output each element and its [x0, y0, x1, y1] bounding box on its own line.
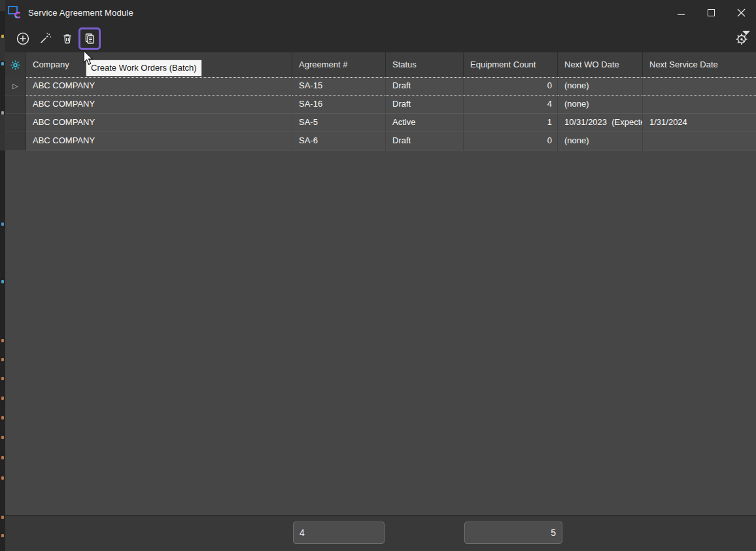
cell-next-wo-date[interactable]: 10/31/2023 (Expected) [558, 114, 643, 132]
column-header-agreement-number[interactable]: Agreement # [292, 52, 386, 77]
cell-next-wo-date[interactable]: (none) [558, 132, 643, 151]
expand-arrow-icon[interactable]: ▷ [12, 82, 18, 90]
cell-company[interactable]: ABC COMPANY [26, 132, 292, 151]
cell-agreement-number[interactable]: SA-5 [292, 114, 386, 132]
cell-equipment-count[interactable]: 1 [464, 114, 558, 132]
maximize-button[interactable] [696, 0, 726, 25]
background-icon [1, 280, 4, 283]
background-icon [1, 416, 4, 419]
row-header[interactable] [5, 132, 26, 151]
cell-status[interactable]: Active [386, 114, 464, 132]
footer-bar [5, 515, 756, 551]
background-icon [1, 436, 4, 439]
create-work-orders-batch-button[interactable] [78, 27, 101, 50]
cell-company[interactable]: ABC COMPANY [26, 77, 292, 96]
cell-equipment-count[interactable]: 0 [464, 132, 558, 151]
table-row[interactable]: ABC COMPANY SA-6 Draft 0 (none) [5, 132, 756, 151]
footer-left-value-input[interactable] [293, 522, 385, 544]
column-header-status[interactable]: Status [386, 52, 464, 77]
cell-agreement-number[interactable]: SA-16 [292, 96, 386, 114]
magic-wand-icon [38, 31, 52, 46]
background-icon [1, 111, 4, 115]
background-icon [1, 377, 4, 380]
row-header[interactable]: ▷ [5, 77, 26, 96]
app-logo-icon [7, 5, 23, 20]
cell-next-wo-date[interactable]: (none) [558, 96, 643, 114]
mouse-cursor-icon [83, 50, 94, 66]
cell-next-service-date[interactable] [643, 77, 756, 96]
cell-next-service-date[interactable] [643, 96, 756, 114]
titlebar: Service Agreement Module [5, 0, 756, 25]
minimize-button[interactable] [666, 0, 696, 25]
cell-equipment-count[interactable]: 0 [464, 77, 558, 96]
footer-right-value-input[interactable] [464, 522, 562, 544]
background-window-segment [0, 115, 5, 151]
cell-status[interactable]: Draft [386, 96, 464, 114]
cell-next-wo-date[interactable]: (none) [558, 77, 643, 96]
app-window: Service Agreement Module [5, 0, 756, 551]
cell-agreement-number[interactable]: SA-6 [292, 132, 386, 151]
dropdown-caret-icon [742, 31, 750, 35]
column-header-equipment-count[interactable]: Equipment Count [464, 52, 558, 77]
maximize-icon [708, 9, 715, 16]
background-window-edge [0, 0, 5, 551]
trash-icon [60, 31, 75, 46]
add-button[interactable] [12, 27, 34, 50]
table-row[interactable]: ▷ ABC COMPANY SA-15 Draft 0 (none) [5, 77, 756, 96]
background-icon [1, 358, 4, 361]
window-controls [666, 0, 756, 25]
toolbar [5, 25, 756, 52]
close-button[interactable] [726, 0, 756, 25]
background-window-segment [0, 37, 5, 61]
screen: Service Agreement Module [0, 0, 756, 551]
table-row[interactable]: ABC COMPANY SA-16 Draft 4 (none) [5, 96, 756, 114]
background-icon [1, 397, 4, 400]
service-agreements-grid: Company Agreement # Status Equipment Cou… [5, 52, 756, 515]
background-icon [1, 456, 4, 459]
table-row[interactable]: ABC COMPANY SA-5 Active 1 10/31/2023 (Ex… [5, 114, 756, 132]
background-icon [1, 62, 4, 65]
background-window-segment [0, 0, 5, 11]
cell-status[interactable]: Draft [386, 77, 464, 96]
background-icon [1, 35, 4, 38]
background-icon [1, 476, 4, 480]
copy-documents-icon [82, 31, 97, 46]
settings-button[interactable] [731, 29, 752, 50]
column-header-next-service-date[interactable]: Next Service Date [643, 52, 756, 77]
cell-next-service-date[interactable]: 1/31/2024 [643, 114, 756, 132]
cell-next-service-date[interactable] [643, 132, 756, 151]
window-title: Service Agreement Module [28, 8, 133, 18]
delete-button[interactable] [56, 27, 78, 50]
cell-agreement-number[interactable]: SA-15 [292, 77, 386, 96]
column-header-next-wo-date[interactable]: Next WO Date [558, 52, 643, 77]
background-icon [1, 534, 4, 537]
sun-filter-icon [10, 60, 21, 71]
background-icon [1, 222, 4, 226]
auto-generate-button[interactable] [34, 27, 56, 50]
plus-circle-icon [16, 31, 30, 46]
background-icon [1, 516, 4, 519]
close-icon [737, 9, 746, 17]
cell-status[interactable]: Draft [386, 132, 464, 151]
cell-equipment-count[interactable]: 4 [464, 96, 558, 114]
minimize-icon [678, 14, 685, 15]
cell-company[interactable]: ABC COMPANY [26, 114, 292, 132]
tooltip-create-work-orders-batch: Create Work Orders (Batch) [86, 60, 202, 77]
background-icon [1, 339, 4, 342]
grid-corner-cell[interactable] [5, 52, 26, 77]
cell-company[interactable]: ABC COMPANY [26, 96, 292, 114]
row-header[interactable] [5, 96, 26, 114]
row-header[interactable] [5, 114, 26, 132]
